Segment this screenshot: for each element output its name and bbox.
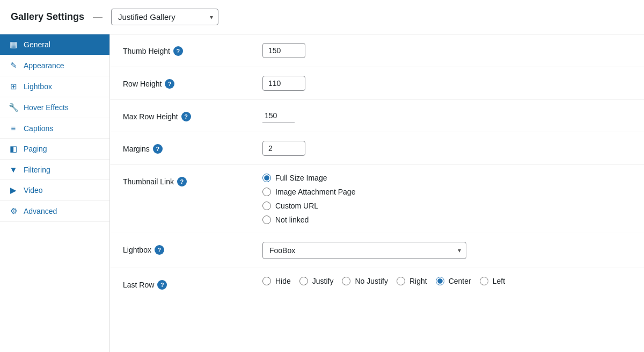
- row-height-row: Row Height ?: [110, 67, 644, 100]
- thumbnail-link-attachment-radio[interactable]: [262, 188, 271, 196]
- gallery-type-dropdown-wrapper: Justified Gallery Thumbnail Gallery Slid…: [111, 9, 218, 25]
- row-height-input[interactable]: [262, 76, 305, 91]
- thumb-height-row: Thumb Height ?: [110, 34, 644, 67]
- advanced-icon: ⚙: [9, 206, 18, 216]
- sidebar-item-paging[interactable]: ◧ Paging: [0, 139, 109, 160]
- last-row-hide-radio[interactable]: [262, 277, 271, 285]
- thumbnail-link-full-size[interactable]: Full Size Image: [262, 174, 355, 182]
- last-row-justify[interactable]: Justify: [299, 277, 334, 285]
- last-row-help-icon[interactable]: ?: [157, 280, 167, 290]
- gallery-settings-label: Gallery Settings: [11, 11, 84, 23]
- thumbnail-link-not-linked-radio[interactable]: [262, 215, 271, 224]
- sidebar-label-hover-effects: Hover Effects: [24, 103, 69, 112]
- last-row-radio-group: Hide Justify No Justify Right: [262, 277, 505, 285]
- sidebar-label-lightbox: Lightbox: [24, 82, 52, 91]
- last-row-center-radio[interactable]: [436, 277, 444, 285]
- thumbnail-link-not-linked[interactable]: Not linked: [262, 215, 355, 224]
- paging-icon: ◧: [9, 144, 18, 154]
- lightbox-control: FooBox Lightbox 2 Fancybox None ▾: [262, 242, 631, 259]
- sidebar-label-captions: Captions: [24, 124, 53, 133]
- thumbnail-link-custom-radio[interactable]: [262, 202, 271, 210]
- max-row-height-help-icon[interactable]: ?: [181, 112, 191, 121]
- filtering-icon: ▼: [9, 165, 18, 174]
- thumb-height-input[interactable]: [262, 43, 305, 58]
- lightbox-label: Lightbox ?: [123, 242, 262, 255]
- captions-icon: ≡: [9, 124, 18, 133]
- last-row-no-justify-radio[interactable]: [342, 277, 350, 285]
- last-row-label: Last Row ?: [123, 277, 262, 290]
- lightbox-select[interactable]: FooBox Lightbox 2 Fancybox None: [262, 242, 466, 259]
- lightbox-row: Lightbox ? FooBox Lightbox 2 Fancybox No…: [110, 233, 644, 268]
- sidebar-item-appearance[interactable]: ✎ Appearance: [0, 55, 109, 76]
- general-icon: ▦: [9, 40, 18, 49]
- thumbnail-link-help-icon[interactable]: ?: [177, 177, 187, 186]
- margins-input[interactable]: [262, 141, 305, 156]
- last-row-hide[interactable]: Hide: [262, 277, 291, 285]
- margins-label: Margins ?: [123, 141, 262, 154]
- margins-help-icon[interactable]: ?: [153, 144, 163, 154]
- last-row-center[interactable]: Center: [436, 277, 471, 285]
- row-height-control: [262, 76, 631, 91]
- last-row-right[interactable]: Right: [397, 277, 427, 285]
- sidebar-label-appearance: Appearance: [24, 61, 64, 70]
- sidebar-label-general: General: [24, 40, 50, 49]
- app-container: Gallery Settings — Justified Gallery Thu…: [0, 0, 644, 352]
- max-row-height-input[interactable]: [262, 109, 295, 123]
- row-height-help-icon[interactable]: ?: [165, 79, 174, 89]
- thumbnail-link-full-size-radio[interactable]: [262, 174, 271, 182]
- row-height-label: Row Height ?: [123, 76, 262, 89]
- lightbox-icon: ⊞: [9, 82, 18, 91]
- last-row-left-radio[interactable]: [480, 277, 488, 285]
- last-row-justify-radio[interactable]: [299, 277, 308, 285]
- gallery-type-select[interactable]: Justified Gallery Thumbnail Gallery Slid…: [111, 9, 218, 25]
- header-dash: —: [93, 11, 103, 23]
- thumb-height-help-icon[interactable]: ?: [173, 46, 183, 56]
- thumbnail-link-row: Thumbnail Link ? Full Size Image Image A…: [110, 165, 644, 233]
- max-row-height-label: Max Row Height ?: [123, 109, 262, 121]
- last-row-no-justify[interactable]: No Justify: [342, 277, 387, 285]
- thumb-height-control: [262, 43, 631, 58]
- sidebar-item-captions[interactable]: ≡ Captions: [0, 118, 109, 139]
- sidebar-label-paging: Paging: [24, 145, 47, 153]
- max-row-height-row: Max Row Height ?: [110, 100, 644, 132]
- lightbox-select-wrapper: FooBox Lightbox 2 Fancybox None ▾: [262, 242, 466, 259]
- thumb-height-label: Thumb Height ?: [123, 43, 262, 56]
- sidebar: ▦ General ✎ Appearance ⊞ Lightbox 🔧 Hove…: [0, 34, 110, 352]
- thumbnail-link-label: Thumbnail Link ?: [123, 174, 262, 186]
- sidebar-item-video[interactable]: ▶ Video: [0, 180, 109, 201]
- sidebar-label-advanced: Advanced: [24, 207, 57, 215]
- sidebar-label-video: Video: [24, 186, 43, 195]
- last-row-left[interactable]: Left: [480, 277, 505, 285]
- thumbnail-link-attachment-page[interactable]: Image Attachment Page: [262, 188, 355, 196]
- sidebar-item-hover-effects[interactable]: 🔧 Hover Effects: [0, 97, 109, 118]
- hover-effects-icon: 🔧: [9, 103, 18, 112]
- sidebar-item-lightbox[interactable]: ⊞ Lightbox: [0, 76, 109, 97]
- video-icon: ▶: [9, 185, 18, 195]
- last-row-right-radio[interactable]: [397, 277, 405, 285]
- last-row-control: Hide Justify No Justify Right: [262, 277, 631, 285]
- lightbox-help-icon[interactable]: ?: [155, 245, 164, 255]
- last-row-row: Last Row ? Hide Justify: [110, 268, 644, 300]
- margins-control: [262, 141, 631, 156]
- sidebar-item-general[interactable]: ▦ General: [0, 34, 109, 55]
- thumbnail-link-radio-group: Full Size Image Image Attachment Page Cu…: [262, 174, 355, 224]
- sidebar-label-filtering: Filtering: [24, 166, 50, 174]
- sidebar-item-filtering[interactable]: ▼ Filtering: [0, 160, 109, 180]
- appearance-icon: ✎: [9, 61, 18, 70]
- max-row-height-control: [262, 109, 631, 123]
- header-bar: Gallery Settings — Justified Gallery Thu…: [0, 0, 644, 34]
- content-area: Thumb Height ? Row Height ?: [110, 34, 644, 352]
- margins-row: Margins ?: [110, 132, 644, 165]
- main-layout: ▦ General ✎ Appearance ⊞ Lightbox 🔧 Hove…: [0, 34, 644, 352]
- thumbnail-link-custom-url[interactable]: Custom URL: [262, 202, 355, 210]
- sidebar-item-advanced[interactable]: ⚙ Advanced: [0, 201, 109, 222]
- thumbnail-link-control: Full Size Image Image Attachment Page Cu…: [262, 174, 631, 224]
